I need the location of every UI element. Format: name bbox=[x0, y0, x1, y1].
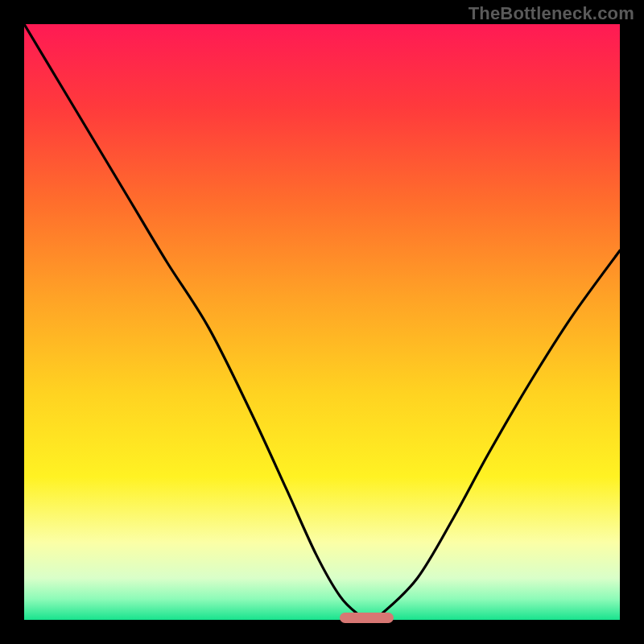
optimal-range-marker bbox=[340, 613, 394, 623]
plot-area bbox=[24, 24, 620, 620]
curve-layer bbox=[24, 24, 620, 620]
watermark-text: TheBottleneck.com bbox=[469, 3, 634, 24]
bottleneck-curve bbox=[24, 24, 620, 620]
chart-frame: TheBottleneck.com bbox=[0, 0, 644, 644]
